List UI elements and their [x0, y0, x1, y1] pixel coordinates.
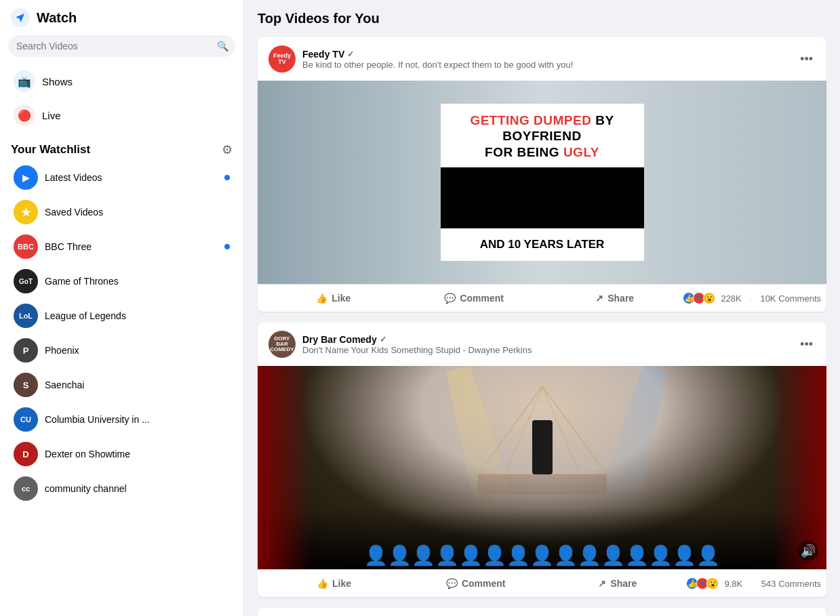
search-input[interactable] [8, 35, 235, 57]
feedy-channel-name: Feedy TV ✓ [302, 49, 791, 60]
watchlist-item-latest[interactable]: ▶ Latest Videos [5, 161, 238, 194]
watchlist-item-got[interactable]: GoT Game of Thrones [5, 264, 238, 298]
drybar-comment-button[interactable]: 💬 Comment [405, 573, 546, 594]
watchlist-item-community[interactable]: cc community channel [5, 472, 238, 506]
got-avatar: GoT [14, 269, 38, 293]
wow-reaction: 😮 [703, 292, 715, 304]
watch-icon [11, 8, 30, 27]
feedy-video-thumbnail[interactable]: GETTING DUMPED BY BOYFRIEND FOR BEING UG… [258, 81, 826, 284]
community-avatar: cc [14, 476, 38, 501]
lol-label: League of Legends [45, 310, 230, 321]
drybar-comment-count: 543 Comments [761, 579, 821, 589]
bbc3-avatar: BBC [14, 234, 38, 259]
phoenix-label: Phoenix [45, 345, 230, 356]
wow-reaction-2: 😮 [706, 577, 719, 590]
comment-icon: 💬 [444, 293, 456, 304]
latest-avatar: ▶ [14, 165, 38, 190]
saenchai-label: Saenchai [45, 379, 230, 390]
watchlist-item-columbia[interactable]: CU Columbia University in ... [5, 403, 238, 436]
drybar-avatar[interactable]: DORYBARCOMEDY [268, 331, 296, 358]
feedy-comment-button[interactable]: 💬 Comment [403, 287, 544, 309]
page-title: Top Videos for You [258, 11, 826, 26]
bbc3-label: BBC Three [45, 241, 218, 252]
share-icon-2: ↗ [598, 578, 606, 589]
thumb1-text-ugly: UGLY [563, 145, 599, 159]
feedy-comment-count: 10K Comments [760, 293, 821, 304]
dexter-avatar: D [14, 442, 38, 466]
card-header-feedy: FeedyTV Feedy TV ✓ Be kind to other peop… [258, 37, 826, 81]
settings-icon[interactable]: ⚙ [222, 142, 233, 157]
feedy-reaction-emojis: 👍 ❤ 😮 [685, 292, 715, 304]
phoenix-avatar: P [14, 338, 38, 363]
drybar-reaction-count: 9.8K [724, 579, 742, 589]
search-icon: 🔍 [217, 41, 228, 52]
watchlist-item-saenchai[interactable]: S Saenchai [5, 368, 238, 402]
card-header-one: ONE ONE Championship ✓ The spinning kick… [258, 608, 826, 616]
sidebar-header: Watch [0, 0, 243, 33]
lol-avatar: LoL [14, 304, 38, 328]
saved-avatar: ★ [14, 200, 38, 224]
feedy-more-button[interactable]: ••• [797, 49, 816, 69]
columbia-avatar: CU [14, 407, 38, 432]
drybar-like-button[interactable]: 👍 Like [263, 573, 405, 594]
feedy-comment-label: Comment [460, 293, 504, 304]
sidebar-item-live[interactable]: 🔴 Live [5, 99, 238, 131]
watchlist-header: Your Watchlist ⚙ [0, 137, 243, 160]
live-icon: 🔴 [14, 104, 35, 126]
drybar-channel-name: Dry Bar Comedy ✓ [302, 334, 791, 345]
feedy-verified-icon: ✓ [347, 49, 354, 59]
watchlist-item-saved[interactable]: ★ Saved Videos [5, 195, 238, 229]
card-header-drybar: DORYBARCOMEDY Dry Bar Comedy ✓ Don't Nam… [258, 323, 826, 366]
stage-bg: 👤👤👤👤👤👤👤👤👤👤👤👤👤👤👤 [258, 366, 826, 569]
drybar-meta: Dry Bar Comedy ✓ Don't Name Your Kids So… [302, 334, 791, 355]
feedy-share-label: Share [607, 293, 634, 304]
columbia-label: Columbia University in ... [45, 414, 230, 425]
watchlist-item-phoenix[interactable]: P Phoenix [5, 333, 238, 367]
main-content: Top Videos for You FeedyTV Feedy TV ✓ Be… [244, 0, 840, 616]
feedy-like-label: Like [332, 293, 351, 304]
drybar-description: Don't Name Your Kids Something Stupid - … [302, 345, 791, 355]
saved-label: Saved Videos [45, 207, 230, 218]
feedy-share-button[interactable]: ↗ Share [544, 287, 685, 309]
video-card-drybar: DORYBARCOMEDY Dry Bar Comedy ✓ Don't Nam… [258, 323, 826, 597]
feedy-description: Be kind to other people. If not, don't e… [302, 60, 791, 70]
drybar-reactions: 👍 ❤ 😮 9.8K · 543 Comments [688, 577, 821, 590]
volume-icon[interactable]: 🔊 [798, 541, 818, 561]
drybar-share-button[interactable]: ↗ Share [546, 573, 688, 594]
watchlist-item-lol[interactable]: LoL League of Legends [5, 299, 238, 333]
feedy-meta: Feedy TV ✓ Be kind to other people. If n… [302, 49, 791, 70]
thumb1-black-section [441, 167, 644, 228]
feedy-avatar[interactable]: FeedyTV [268, 45, 296, 73]
live-label: Live [42, 110, 61, 121]
got-label: Game of Thrones [45, 276, 230, 287]
like-icon: 👍 [316, 293, 327, 304]
drybar-verified-icon: ✓ [380, 335, 386, 344]
dexter-label: Dexter on Showtime [45, 449, 230, 459]
drybar-action-bar: 👍 Like 💬 Comment ↗ Share 👍 ❤ 😮 9.8K · 54… [258, 569, 826, 597]
like-icon-2: 👍 [317, 578, 328, 589]
watchlist-item-dexter[interactable]: D Dexter on Showtime [5, 437, 238, 471]
thumb1-text-10years: AND 10 YEARS LATER [480, 238, 605, 251]
search-box: 🔍 [8, 35, 235, 57]
feedy-action-bar: 👍 Like 💬 Comment ↗ Share 👍 ❤ 😮 228K · 10… [258, 284, 826, 312]
feedy-like-button[interactable]: 👍 Like [263, 287, 403, 309]
watchlist-item-bbc3[interactable]: BBC BBC Three [5, 230, 238, 264]
watchlist-title: Your Watchlist [11, 143, 90, 157]
drybar-video-thumbnail[interactable]: 👤👤👤👤👤👤👤👤👤👤👤👤👤👤👤 🔊 [258, 366, 826, 569]
drybar-more-button[interactable]: ••• [797, 335, 816, 354]
video-card-feedy: FeedyTV Feedy TV ✓ Be kind to other peop… [258, 37, 826, 312]
drybar-comment-label: Comment [462, 578, 506, 589]
bbc3-notification-dot [224, 244, 230, 249]
sidebar: Watch 🔍 📺 Shows 🔴 Live Your Watchlist ⚙ … [0, 0, 244, 616]
drybar-like-label: Like [332, 578, 351, 589]
sidebar-item-shows[interactable]: 📺 Shows [5, 65, 238, 98]
latest-label: Latest Videos [45, 172, 218, 183]
drybar-share-label: Share [610, 578, 637, 589]
feedy-reaction-count: 228K [721, 293, 741, 304]
thumb1-text-for-being: FOR BEING [485, 145, 563, 159]
community-label: community channel [45, 483, 230, 494]
video-card-one-championship: ONE ONE Championship ✓ The spinning kick… [258, 608, 826, 616]
drybar-reaction-emojis: 👍 ❤ 😮 [688, 577, 719, 590]
sidebar-title: Watch [37, 10, 77, 26]
comment-icon-2: 💬 [446, 578, 458, 589]
